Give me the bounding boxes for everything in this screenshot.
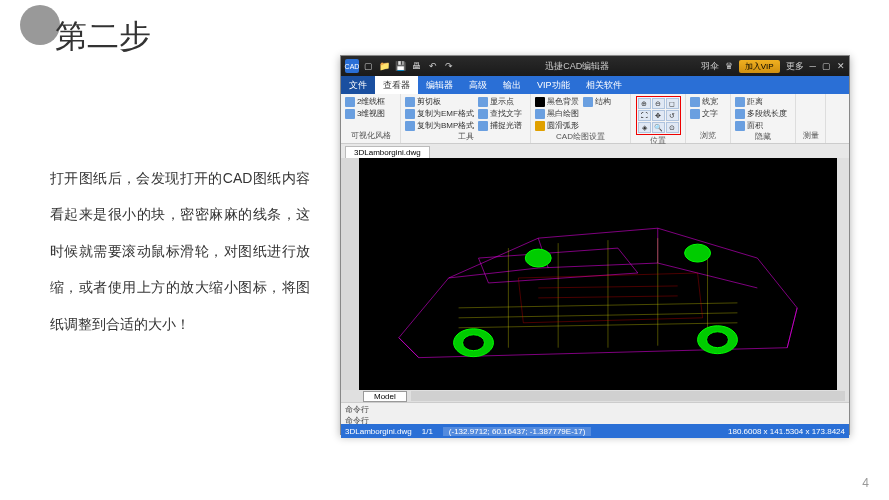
horizontal-scroll-row: Model [341,390,849,402]
zoom-pan-icon[interactable]: ✥ [652,110,665,121]
ribbon-group-tools-label: 工具 [405,131,526,142]
status-coordinates: (-132.9712; 60.16437; -1.387779E-17) [443,427,592,436]
zoom-center-icon[interactable]: ⊙ [666,122,679,133]
ribbon-group-settings-label: CAD绘图设置 [535,131,626,142]
zoom-previous-icon[interactable]: ↺ [666,110,679,121]
user-name[interactable]: 羽伞 [701,60,719,73]
tab-vip[interactable]: VIP功能 [529,76,578,94]
document-tab[interactable]: 3DLamborgini.dwg [345,146,430,158]
quick-access-toolbar: ▢ 📁 💾 🖶 ↶ ↷ [363,61,454,72]
command-line-area[interactable]: 命令行 命令行 [341,402,849,424]
open-icon[interactable]: 📁 [379,61,390,72]
ribbon-group-visual-label: 可视化风格 [345,130,396,141]
ribbon-clipboard[interactable]: 剪切板 [405,96,474,107]
instruction-text: 打开图纸后，会发现打开的CAD图纸内容看起来是很小的块，密密麻麻的线条，这时候就… [50,160,310,342]
ribbon-copy-emf[interactable]: 复制为EMF格式 [405,108,474,119]
zoom-realtime-icon[interactable]: 🔍 [652,122,665,133]
ribbon-group-position-label: 位置 [635,135,681,146]
ribbon-group-hide-label: 隐藏 [735,131,791,142]
status-filename: 3DLamborgini.dwg [345,427,412,436]
ribbon-bw-draw[interactable]: 黑白绘图 [535,108,579,119]
step-title: 第二步 [55,15,151,59]
tab-advanced[interactable]: 高级 [461,76,495,94]
document-tab-bar: 3DLamborgini.dwg [341,144,849,158]
ribbon-smooth-arc[interactable]: 圆滑弧形 [535,120,579,131]
ribbon-text[interactable]: 文字 [690,108,718,119]
print-icon[interactable]: 🖶 [411,61,422,72]
zoom-highlight: ⊕⊖◻ ⛶✥↺ ◈🔍⊙ [636,96,681,135]
save-icon[interactable]: 💾 [395,61,406,72]
drawing-canvas[interactable] [359,158,837,390]
ribbon-polyline-length[interactable]: 多段线长度 [735,108,787,119]
maximize-icon[interactable]: ▢ [822,61,831,71]
ribbon-find-text[interactable]: 查找文字 [478,108,522,119]
step-bullet-dot [20,5,60,45]
side-panel[interactable] [341,158,359,390]
model-tab[interactable]: Model [363,391,407,402]
horizontal-scrollbar[interactable] [411,391,845,401]
command-prompt: 命令行 [345,404,845,415]
ribbon-3d-view[interactable]: 3维视图 [345,108,385,119]
ribbon-black-bg[interactable]: 黑色背景 [535,96,579,107]
canvas-area [341,158,849,390]
svg-point-1 [463,335,485,351]
tab-viewer[interactable]: 查看器 [375,76,418,94]
minimize-icon[interactable]: ─ [810,61,816,71]
ribbon-area[interactable]: 面积 [735,120,787,131]
crown-icon: ♛ [725,61,733,71]
tab-editor[interactable]: 编辑器 [418,76,461,94]
app-logo[interactable]: CAD [345,59,359,73]
zoom-all-icon[interactable]: ◈ [638,122,651,133]
page-number: 4 [862,476,869,490]
ribbon-group-browse-label: 浏览 [690,130,726,141]
ribbon-copy-bmp[interactable]: 复制为BMP格式 [405,120,474,131]
titlebar: CAD ▢ 📁 💾 🖶 ↶ ↷ 迅捷CAD编辑器 羽伞 ♛ 加入VIP 更多 ─… [341,56,849,76]
tab-related[interactable]: 相关软件 [578,76,630,94]
ribbon-group-measure-label: 测量 [800,130,821,141]
status-ratio: 1/1 [422,427,433,436]
more-label[interactable]: 更多 [786,60,804,73]
ribbon-structure[interactable]: 结构 [583,96,611,107]
menubar: 文件 查看器 编辑器 高级 输出 VIP功能 相关软件 [341,76,849,94]
redo-icon[interactable]: ↷ [443,61,454,72]
svg-point-5 [685,244,711,262]
undo-icon[interactable]: ↶ [427,61,438,72]
tab-output[interactable]: 输出 [495,76,529,94]
zoom-extents-icon[interactable]: ⛶ [638,110,651,121]
window-title: 迅捷CAD编辑器 [454,60,701,73]
zoom-out-icon[interactable]: ⊖ [652,98,665,109]
vip-button[interactable]: 加入VIP [739,60,780,73]
vertical-scrollbar[interactable] [837,158,849,390]
new-icon[interactable]: ▢ [363,61,374,72]
ribbon-2d-wireframe[interactable]: 2维线框 [345,96,385,107]
ribbon-distance[interactable]: 距离 [735,96,787,107]
car-wireframe [359,158,837,390]
status-extents: 180.6008 x 141.5304 x 173.8424 [728,427,845,436]
svg-point-3 [707,332,729,348]
ribbon-snap[interactable]: 捕捉光谱 [478,120,522,131]
ribbon: 2维线框 3维视图 可视化风格 剪切板 复制为EMF格式 复制为BMP格式 显示… [341,94,849,144]
ribbon-lineweight[interactable]: 线宽 [690,96,718,107]
zoom-in-icon[interactable]: ⊕ [638,98,651,109]
close-icon[interactable]: ✕ [837,61,845,71]
svg-point-4 [525,249,551,267]
tab-file[interactable]: 文件 [341,76,375,94]
cad-editor-window: CAD ▢ 📁 💾 🖶 ↶ ↷ 迅捷CAD编辑器 羽伞 ♛ 加入VIP 更多 ─… [340,55,850,435]
ribbon-show-points[interactable]: 显示点 [478,96,522,107]
zoom-window-icon[interactable]: ◻ [666,98,679,109]
statusbar: 3DLamborgini.dwg 1/1 (-132.9712; 60.1643… [341,424,849,438]
